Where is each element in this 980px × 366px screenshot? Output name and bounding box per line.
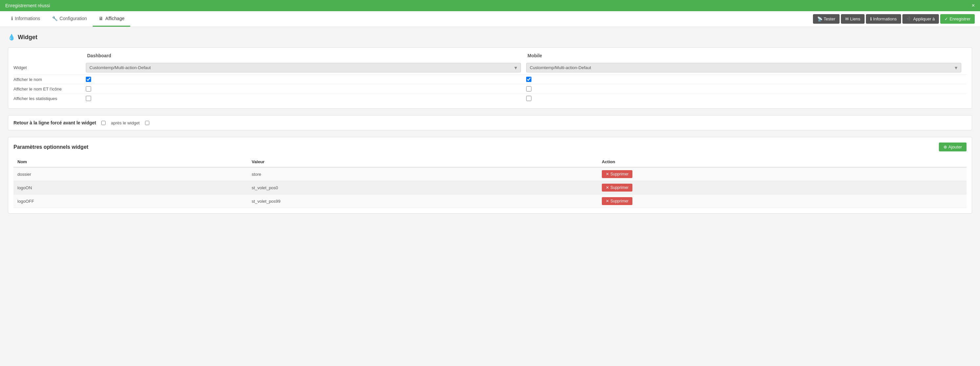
section-title: 💧 Widget bbox=[8, 34, 972, 41]
table-row: dossier store ✕ Supprimer bbox=[13, 167, 967, 181]
config-icon: 🔧 bbox=[52, 16, 57, 21]
table-row: logoOFF st_volet_pos99 ✕ Supprimer bbox=[13, 195, 967, 208]
optional-params-section: Paramètres optionnels widget ⊕ Ajouter N… bbox=[8, 137, 972, 214]
main-content: 💧 Widget Dashboard Mobile Widget Customt… bbox=[0, 27, 980, 220]
force-apres-label: après le widget bbox=[111, 120, 140, 125]
afficher-nom-icone-row: Afficher le nom ET l'icône bbox=[13, 84, 967, 94]
mobile-col-header: Mobile bbox=[526, 53, 967, 58]
mobile-afficher-stats-cell bbox=[526, 96, 967, 101]
cell-action: ✕ Supprimer bbox=[598, 181, 967, 195]
delete-icon: ✕ bbox=[606, 199, 609, 203]
header-actions: 📡 Tester ✉ Liens ℹ Informations ➕ Appliq… bbox=[813, 14, 975, 24]
params-tbody: dossier store ✕ Supprimer logoON st_vole… bbox=[13, 167, 967, 208]
dashboard-afficher-nom-icone-cell bbox=[86, 86, 526, 91]
force-avant-checkbox[interactable] bbox=[101, 121, 105, 125]
display-icon: 🖥 bbox=[99, 16, 103, 21]
params-table: Nom Valeur Action dossier store ✕ Suppri… bbox=[13, 157, 967, 208]
dashboard-afficher-nom-cell bbox=[86, 77, 526, 82]
info-icon: ℹ bbox=[11, 16, 13, 21]
force-row: Retour à la ligne forcé avant le widget … bbox=[8, 115, 972, 130]
afficher-nom-row: Afficher le nom bbox=[13, 75, 967, 84]
mobile-afficher-nom-icone-checkbox[interactable] bbox=[526, 86, 531, 91]
widget-row: Widget Customtemp/Multi-action-Defaut ▼ … bbox=[13, 61, 967, 75]
delete-icon: ✕ bbox=[606, 172, 609, 176]
delete-button[interactable]: ✕ Supprimer bbox=[602, 170, 632, 178]
afficher-nom-icone-label: Afficher le nom ET l'icône bbox=[13, 86, 86, 91]
enregistrer-icon: ✓ bbox=[945, 16, 948, 21]
widget-row-label: Widget bbox=[13, 65, 86, 70]
dashboard-widget-select-wrapper: Customtemp/Multi-action-Defaut ▼ bbox=[86, 63, 521, 72]
th-nom: Nom bbox=[13, 157, 248, 167]
drop-icon: 💧 bbox=[8, 34, 15, 41]
notification-close-button[interactable]: × bbox=[972, 3, 975, 8]
tab-configuration[interactable]: 🔧 Configuration bbox=[46, 11, 93, 27]
th-valeur: Valeur bbox=[248, 157, 598, 167]
dashboard-col-header: Dashboard bbox=[86, 53, 526, 58]
delete-button[interactable]: ✕ Supprimer bbox=[602, 197, 632, 205]
delete-button[interactable]: ✕ Supprimer bbox=[602, 184, 632, 192]
appliquer-button[interactable]: ➕ Appliquer à bbox=[902, 14, 939, 24]
widget-config-card: Dashboard Mobile Widget Customtemp/Multi… bbox=[8, 47, 972, 109]
cell-nom: logoON bbox=[13, 181, 248, 195]
table-header: Nom Valeur Action bbox=[13, 157, 967, 167]
tester-button[interactable]: 📡 Tester bbox=[813, 14, 840, 24]
force-apres-checkbox-group bbox=[145, 121, 149, 125]
informations-icon: ℹ bbox=[870, 16, 872, 21]
optional-header: Paramètres optionnels widget ⊕ Ajouter bbox=[13, 142, 967, 152]
optional-title: Paramètres optionnels widget bbox=[13, 144, 89, 150]
afficher-stats-row: Afficher les statistiques bbox=[13, 94, 967, 103]
informations-button[interactable]: ℹ Informations bbox=[866, 14, 901, 24]
cell-nom: dossier bbox=[13, 167, 248, 181]
col-headers: Dashboard Mobile bbox=[13, 53, 967, 58]
cell-nom: logoOFF bbox=[13, 195, 248, 208]
tabs: ℹ Informations 🔧 Configuration 🖥 Afficha… bbox=[5, 11, 130, 27]
afficher-stats-label: Afficher les statistiques bbox=[13, 96, 86, 101]
mobile-afficher-nom-icone-cell bbox=[526, 86, 967, 91]
mobile-widget-select-wrapper: Customtemp/Multi-action-Defaut ▼ bbox=[526, 63, 961, 72]
mobile-afficher-nom-cell bbox=[526, 77, 967, 82]
cell-valeur: st_volet_pos0 bbox=[248, 181, 598, 195]
mobile-afficher-nom-checkbox[interactable] bbox=[526, 77, 531, 82]
notification-bar: Enregistrement réussi × bbox=[0, 0, 980, 11]
dashboard-afficher-stats-checkbox[interactable] bbox=[86, 96, 91, 101]
add-icon: ⊕ bbox=[943, 144, 947, 149]
cell-action: ✕ Supprimer bbox=[598, 167, 967, 181]
appliquer-icon: ➕ bbox=[907, 16, 912, 21]
dashboard-afficher-stats-cell bbox=[86, 96, 526, 101]
header-row: Nom Valeur Action bbox=[13, 157, 967, 167]
th-action: Action bbox=[598, 157, 967, 167]
afficher-nom-label: Afficher le nom bbox=[13, 77, 86, 82]
dashboard-afficher-nom-checkbox[interactable] bbox=[86, 77, 91, 82]
cell-action: ✕ Supprimer bbox=[598, 195, 967, 208]
enregistrer-button[interactable]: ✓ Enregistrer bbox=[940, 14, 975, 24]
liens-icon: ✉ bbox=[845, 16, 849, 21]
cell-valeur: store bbox=[248, 167, 598, 181]
add-param-button[interactable]: ⊕ Ajouter bbox=[939, 142, 967, 152]
dashboard-afficher-nom-icone-checkbox[interactable] bbox=[86, 86, 91, 91]
table-row: logoON st_volet_pos0 ✕ Supprimer bbox=[13, 181, 967, 195]
force-avant-label: Retour à la ligne forcé avant le widget bbox=[13, 120, 96, 125]
cell-valeur: st_volet_pos99 bbox=[248, 195, 598, 208]
mobile-afficher-stats-checkbox[interactable] bbox=[526, 96, 531, 101]
delete-icon: ✕ bbox=[606, 185, 609, 190]
tester-icon: 📡 bbox=[817, 16, 822, 21]
mobile-widget-select[interactable]: Customtemp/Multi-action-Defaut bbox=[527, 63, 961, 72]
liens-button[interactable]: ✉ Liens bbox=[841, 14, 865, 24]
force-avant-checkbox-group bbox=[101, 121, 105, 125]
dashboard-widget-select[interactable]: Customtemp/Multi-action-Defaut bbox=[86, 63, 520, 72]
tab-informations[interactable]: ℹ Informations bbox=[5, 11, 46, 27]
force-apres-checkbox[interactable] bbox=[145, 121, 149, 125]
notification-message: Enregistrement réussi bbox=[5, 3, 50, 8]
header: ℹ Informations 🔧 Configuration 🖥 Afficha… bbox=[0, 11, 980, 27]
tab-affichage[interactable]: 🖥 Affichage bbox=[93, 11, 130, 27]
